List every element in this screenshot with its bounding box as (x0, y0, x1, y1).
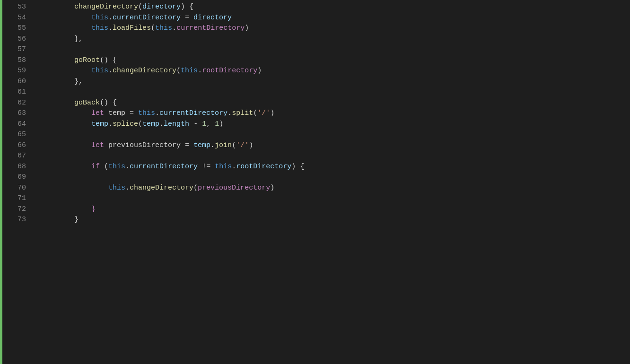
line-number: 65 (18, 130, 26, 140)
line-number: 68 (18, 162, 26, 173)
line-number: 70 (18, 183, 26, 194)
code-line: goRoot() { (40, 55, 630, 66)
line-number: 72 (18, 204, 26, 215)
code-line: } (40, 204, 630, 215)
code-line: this.currentDirectory = directory (40, 13, 630, 24)
code-line (40, 87, 630, 98)
code-line: this.changeDirectory(this.rootDirectory) (40, 66, 630, 77)
code-line: this.loadFiles(this.currentDirectory) (40, 23, 630, 34)
code-line (40, 130, 630, 140)
line-number: 73 (18, 215, 26, 225)
line-number: 55 (18, 23, 26, 34)
code-line: let previousDirectory = temp.join('/') (40, 140, 630, 151)
line-number: 60 (18, 77, 26, 87)
code-line: changeDirectory(directory) { (40, 2, 630, 13)
line-number: 63 (18, 108, 26, 119)
line-number: 67 (18, 151, 26, 162)
line-number: 53 (18, 2, 26, 13)
code-line: if (this.currentDirectory != this.rootDi… (40, 162, 630, 173)
code-editor: 5354555657585960616263646566676869707172… (0, 0, 630, 364)
code-line (40, 44, 630, 55)
code-line (40, 172, 630, 183)
line-number: 58 (18, 55, 26, 66)
line-number: 57 (18, 44, 26, 55)
line-number: 66 (18, 140, 26, 151)
code-line: temp.splice(temp.length - 1, 1) (40, 119, 630, 130)
code-line: }, (40, 77, 630, 87)
code-line (40, 193, 630, 204)
code-line: } (40, 215, 630, 225)
line-number: 64 (18, 119, 26, 130)
code-line: }, (40, 34, 630, 45)
line-number: 56 (18, 34, 26, 45)
code-line: goBack() { (40, 98, 630, 109)
code-line (40, 151, 630, 162)
line-number: 59 (18, 66, 26, 77)
line-numbers: 5354555657585960616263646566676869707172… (2, 2, 31, 364)
line-number: 54 (18, 13, 26, 24)
line-number: 62 (18, 98, 26, 109)
line-number: 61 (18, 87, 26, 98)
line-number: 69 (18, 172, 26, 183)
code-line: this.changeDirectory(previousDirectory) (40, 183, 630, 194)
line-number: 71 (18, 193, 26, 204)
code-content: changeDirectory(directory) { this.curren… (31, 2, 630, 364)
code-line: let temp = this.currentDirectory.split('… (40, 108, 630, 119)
